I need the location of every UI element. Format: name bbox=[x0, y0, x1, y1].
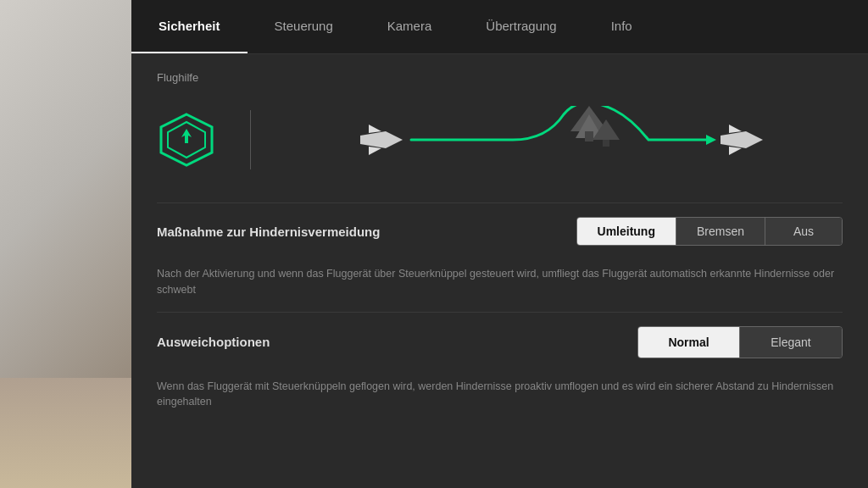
hindernis-umleitung-button[interactable]: Umleitung bbox=[577, 218, 676, 245]
section-title: Flughilfe bbox=[157, 71, 843, 84]
svg-rect-9 bbox=[585, 131, 593, 141]
svg-rect-3 bbox=[185, 135, 188, 143]
ausweich-setting-row: Ausweichoptionen Normal Elegant bbox=[157, 312, 843, 372]
flight-illustration bbox=[157, 97, 843, 182]
vertical-divider bbox=[250, 110, 251, 169]
tab-steuerung[interactable]: Steuerung bbox=[248, 0, 360, 53]
ausweich-button-group: Normal Elegant bbox=[637, 326, 843, 358]
hindernis-button-group: Umleitung Bremsen Aus bbox=[576, 217, 843, 246]
tab-uebertragung[interactable]: Übertragung bbox=[459, 0, 583, 53]
ausweich-label: Ausweichoptionen bbox=[157, 335, 270, 349]
svg-marker-15 bbox=[729, 147, 742, 155]
hindernis-label: Maßnahme zur Hindernisvermeidung bbox=[157, 225, 380, 239]
ausweich-elegant-button[interactable]: Elegant bbox=[740, 327, 842, 358]
hindernis-bremsen-button[interactable]: Bremsen bbox=[676, 218, 765, 245]
obstacle-avoidance-illustration bbox=[285, 106, 843, 174]
dji-logo-icon bbox=[157, 110, 216, 169]
svg-marker-14 bbox=[729, 125, 742, 133]
tab-sicherheit[interactable]: Sicherheit bbox=[131, 0, 248, 53]
ausweich-description: Wenn das Fluggerät mit Steuerknüppeln ge… bbox=[157, 372, 843, 424]
tab-kamera[interactable]: Kamera bbox=[360, 0, 459, 53]
main-panel: Sicherheit Steuerung Kamera Übertragung … bbox=[131, 0, 868, 488]
svg-rect-11 bbox=[603, 140, 609, 147]
svg-marker-4 bbox=[360, 131, 403, 148]
ausweich-normal-button[interactable]: Normal bbox=[638, 327, 740, 358]
svg-marker-13 bbox=[721, 131, 763, 148]
hindernis-aus-button[interactable]: Aus bbox=[765, 218, 842, 245]
content-area: Flughilfe bbox=[131, 54, 868, 488]
nav-tabs: Sicherheit Steuerung Kamera Übertragung … bbox=[131, 0, 868, 54]
decorative-background bbox=[0, 0, 131, 488]
svg-marker-6 bbox=[369, 147, 381, 155]
svg-marker-5 bbox=[369, 125, 381, 133]
svg-marker-12 bbox=[706, 135, 716, 145]
tab-info[interactable]: Info bbox=[584, 0, 659, 53]
hindernis-setting-row: Maßnahme zur Hindernisvermeidung Umleitu… bbox=[157, 202, 843, 259]
hindernis-description: Nach der Aktivierung und wenn das Flugge… bbox=[157, 259, 843, 312]
